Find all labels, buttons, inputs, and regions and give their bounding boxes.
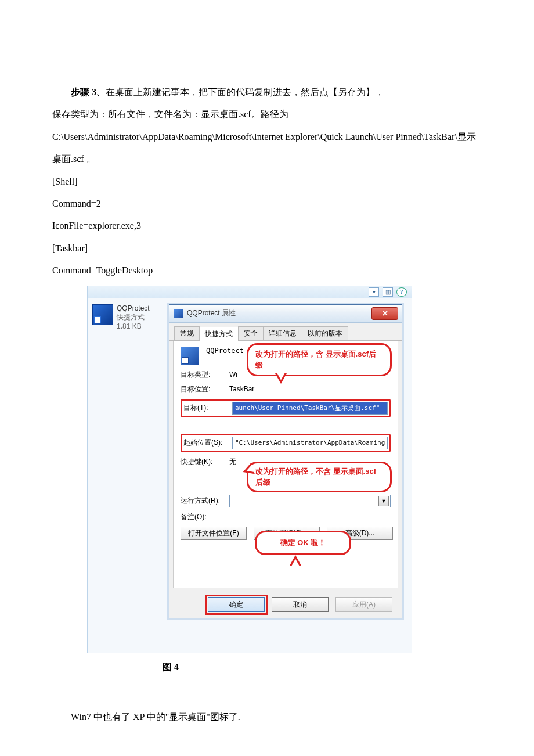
step-text: 在桌面上新建记事本，把下面的代码复制进去，然后点【另存为】， — [106, 87, 384, 97]
code-line-3: [Taskbar] — [52, 237, 482, 260]
dialog-title-left: QQProtect 属性 — [174, 308, 236, 318]
row-startin: 起始位置(S): "C:\Users\Administrator\AppData… — [181, 434, 391, 452]
val-target-loc: TaskBar — [229, 385, 254, 393]
lbl-target: 目标(T): — [183, 403, 229, 413]
cancel-button[interactable]: 取消 — [272, 597, 329, 612]
code-line-1: Command=2 — [52, 193, 482, 215]
val-hotkey: 无 — [229, 457, 236, 467]
file-meta: QQProtect 快捷方式 1.81 KB — [117, 304, 150, 332]
open-file-location-button[interactable]: 打开文件位置(F) — [181, 527, 247, 540]
input-target[interactable]: aunch\User Pinned\TaskBar\显示桌面.scf" — [232, 402, 388, 415]
tab-general[interactable]: 常规 — [174, 326, 200, 340]
explorer-toolbar: ▾ ▥ ? — [88, 286, 412, 298]
dialog-body: QQProtect 改为打开的路径，含 显示桌面.scf后缀 目标类型: Wi … — [173, 341, 398, 588]
lbl-hotkey: 快捷键(K): — [181, 457, 226, 467]
row-comment: 备注(O): — [181, 512, 391, 522]
code-line-2: IconFile=explorer.exe,3 — [52, 215, 482, 237]
tab-shortcut[interactable]: 快捷方式 — [199, 327, 239, 341]
figure-4: ▾ ▥ ? QQProtect 快捷方式 1.81 KB — [87, 286, 482, 674]
lbl-target-type: 目标类型: — [181, 370, 226, 380]
tab-details[interactable]: 详细信息 — [263, 326, 302, 340]
step-3-para: 步骤 3、在桌面上新建记事本，把下面的代码复制进去，然后点【另存为】， — [52, 81, 482, 103]
row-target: 目标(T): aunch\User Pinned\TaskBar\显示桌面.sc… — [181, 399, 391, 417]
row-run: 运行方式(R): ▼ — [181, 495, 391, 507]
line-2: 保存类型为：所有文件，文件名为：显示桌面.scf。路径为 — [52, 103, 482, 125]
tab-previous[interactable]: 以前的版本 — [302, 326, 348, 340]
dialog-tabs: 常规 快捷方式 安全 详细信息 以前的版本 — [169, 323, 402, 341]
lbl-startin: 起始位置(S): — [183, 438, 229, 448]
file-item-qqprotect[interactable]: QQProtect 快捷方式 1.81 KB — [92, 304, 150, 332]
val-target-type: Wi — [229, 370, 237, 379]
shortcut-large-icon — [181, 347, 199, 365]
explorer-window: ▾ ▥ ? QQProtect 快捷方式 1.81 KB — [87, 286, 412, 653]
file-size: 1.81 KB — [117, 322, 150, 332]
ok-button[interactable]: 确定 — [208, 597, 265, 612]
input-startin[interactable]: "C:\Users\Administrator\AppData\Roaming — [232, 437, 388, 449]
shortcut-file-icon — [92, 304, 113, 325]
step-label: 步骤 3、 — [71, 87, 106, 97]
code-line-4: Command=ToggleDesktop — [52, 260, 482, 282]
annotation-target-note: 改为打开的路径，含 显示桌面.scf后缀 — [247, 343, 392, 376]
combo-run[interactable]: ▼ — [229, 495, 391, 507]
figure-label: 图 4 — [163, 661, 482, 674]
final-paragraph: Win7 中也有了 XP 中的"显示桌面"图标了. — [52, 706, 482, 728]
row-target-loc: 目标位置: TaskBar — [181, 384, 391, 394]
code-line-0: [Shell] — [52, 171, 482, 193]
lbl-run: 运行方式(R): — [181, 496, 226, 506]
annotation-ok: 确定 OK 啦！ — [255, 531, 351, 555]
annotation-tail-ok-inner — [291, 559, 300, 566]
tab-security[interactable]: 安全 — [238, 326, 264, 340]
dialog-title-text: QQProtect 属性 — [187, 308, 236, 318]
dialog-title-icon — [174, 309, 183, 318]
explorer-body: QQProtect 快捷方式 1.81 KB QQProtect 属性 ✕ — [88, 298, 412, 653]
apply-button[interactable]: 应用(A) — [335, 597, 392, 612]
layout-icon[interactable]: ▥ — [383, 287, 393, 297]
line-3: C:\Users\Administrator\AppData\Roaming\M… — [52, 126, 482, 171]
properties-dialog: QQProtect 属性 ✕ 常规 快捷方式 安全 详细信息 以前的版本 — [169, 304, 402, 618]
file-type: 快捷方式 — [117, 313, 150, 322]
document-page: 步骤 3、在桌面上新建记事本，把下面的代码复制进去，然后点【另存为】， 保存类型… — [0, 0, 534, 756]
lbl-target-loc: 目标位置: — [181, 384, 226, 394]
dialog-footer: 确定 取消 应用(A) — [169, 592, 402, 618]
chevron-down-icon: ▼ — [378, 496, 389, 506]
help-icon[interactable]: ? — [396, 287, 407, 297]
dialog-titlebar: QQProtect 属性 ✕ — [169, 305, 402, 323]
file-name: QQProtect — [117, 304, 150, 314]
view-toggle-icon[interactable]: ▾ — [369, 287, 379, 297]
close-button[interactable]: ✕ — [371, 307, 398, 320]
annotation-startin-note: 改为打开的路径，不含 显示桌面.scf后缀 — [247, 462, 392, 492]
annotation-tail-1-inner — [277, 372, 285, 380]
lbl-comment: 备注(O): — [181, 512, 226, 522]
